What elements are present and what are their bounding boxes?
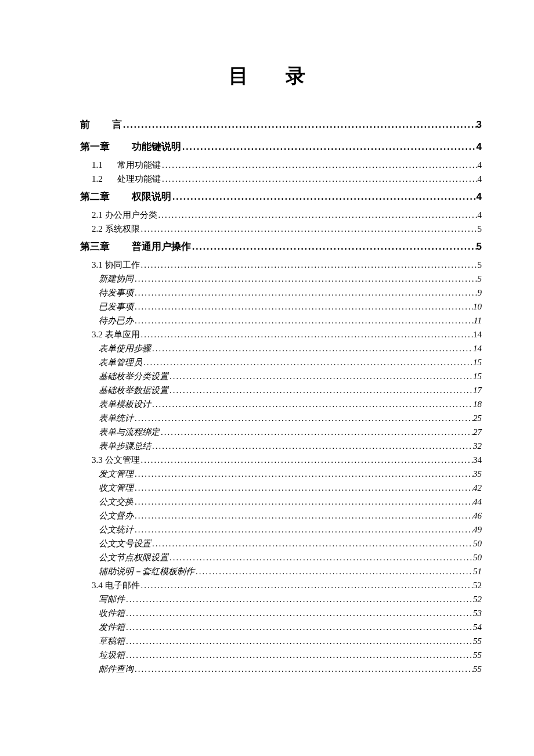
toc-label: 公文督办 <box>99 509 134 523</box>
toc-label: 表单统计 <box>99 411 134 425</box>
toc-page: 11 <box>474 314 482 327</box>
toc-entry: 1.2处理功能键4 <box>92 172 482 186</box>
dot-leader <box>125 634 473 648</box>
toc-page: 51 <box>473 564 482 578</box>
dot-leader <box>134 300 473 314</box>
toc-entry: 表单模板设计18 <box>99 397 482 411</box>
dot-leader <box>134 523 473 537</box>
toc-label: 3.2 表单应用 <box>92 327 140 341</box>
toc-entry: 2.1 办公用户分类4 <box>92 208 482 222</box>
toc-entry: 收文管理42 <box>99 481 482 495</box>
toc-label: 表单步骤总结 <box>99 439 151 453</box>
page-title: 目录 <box>52 63 482 89</box>
dot-leader <box>140 578 474 592</box>
toc-label: 1.2处理功能键 <box>92 172 161 186</box>
dot-leader <box>171 186 477 208</box>
toc-entry-ch1: 第一章功能键说明4 <box>80 136 482 158</box>
toc-entry: 待发事项9 <box>99 286 482 300</box>
dot-leader <box>140 327 474 341</box>
dot-leader <box>151 341 473 355</box>
toc-label: 待办已办 <box>99 314 134 327</box>
toc-entry: 发件箱54 <box>99 620 482 634</box>
dot-leader <box>134 495 473 509</box>
toc-label: 已发事项 <box>99 300 134 314</box>
toc-entry: 3.1 协同工作5 <box>92 258 482 272</box>
dot-leader <box>168 550 473 564</box>
dot-leader <box>168 383 473 397</box>
toc-entry: 3.2 表单应用14 <box>92 327 482 341</box>
toc-page: 15 <box>473 369 482 383</box>
toc-entry: 表单步骤总结32 <box>99 439 482 453</box>
dot-leader <box>140 222 478 236</box>
toc-entry: 新建协同5 <box>99 272 482 286</box>
toc-entry: 表单管理员15 <box>99 355 482 369</box>
dot-leader <box>125 648 473 662</box>
toc-entry: 基础枚举数据设置17 <box>99 383 482 397</box>
dot-leader <box>191 236 477 258</box>
toc-page: 5 <box>478 222 482 236</box>
toc-label: 收件箱 <box>99 606 125 620</box>
dot-leader <box>125 592 473 606</box>
toc-entry: 待办已办11 <box>99 314 482 327</box>
toc-label: 前言 <box>80 114 122 136</box>
dot-leader <box>134 481 473 495</box>
toc-page: 32 <box>473 439 482 453</box>
toc-label: 表单管理员 <box>99 355 142 369</box>
toc-label: 邮件查询 <box>99 662 134 676</box>
toc-label: 表单模板设计 <box>99 397 151 411</box>
title-char-2: 录 <box>286 64 305 87</box>
toc-page: 9 <box>478 286 482 300</box>
toc-label: 新建协同 <box>99 272 134 286</box>
toc-page: 14 <box>473 327 482 341</box>
toc-label: 表单与流程绑定 <box>99 425 160 439</box>
toc-entry: 草稿箱55 <box>99 634 482 648</box>
toc-entry: 辅助说明－套红模板制作51 <box>99 564 482 578</box>
toc-label: 第一章功能键说明 <box>80 136 181 158</box>
toc-label: 3.4 电子邮件 <box>92 578 140 592</box>
toc-entry: 表单统计25 <box>99 411 482 425</box>
toc-entry-ch3: 第三章普通用户操作5 <box>80 236 482 258</box>
dot-leader <box>142 355 473 369</box>
toc-page: 5 <box>478 272 482 286</box>
toc-label: 公文文号设置 <box>99 537 151 550</box>
dot-leader <box>181 136 477 158</box>
dot-leader <box>161 172 478 186</box>
toc-label: 1.1常用功能键 <box>92 158 161 172</box>
dot-leader <box>151 537 473 550</box>
toc-page: 18 <box>473 397 482 411</box>
toc-label: 第二章权限说明 <box>80 186 171 208</box>
dot-leader <box>122 114 477 136</box>
dot-leader <box>140 258 478 272</box>
toc-entry: 收件箱53 <box>99 606 482 620</box>
toc-page: 4 <box>477 186 482 208</box>
toc-page: 4 <box>478 208 482 222</box>
dot-leader <box>134 411 473 425</box>
toc-entry: 基础枚举分类设置15 <box>99 369 482 383</box>
toc-entry: 表单使用步骤14 <box>99 341 482 355</box>
dot-leader <box>125 620 473 634</box>
dot-leader <box>160 425 473 439</box>
toc-entry: 2.2 系统权限5 <box>92 222 482 236</box>
toc-page: 55 <box>473 648 482 662</box>
toc-label: 公文节点权限设置 <box>99 550 168 564</box>
toc-entry: 3.3 公文管理34 <box>92 453 482 467</box>
toc-entry: 公文统计49 <box>99 523 482 537</box>
toc-entry: 邮件查询55 <box>99 662 482 676</box>
toc-label: 3.3 公文管理 <box>92 453 140 467</box>
toc-page: 42 <box>473 481 482 495</box>
dot-leader <box>161 158 478 172</box>
toc-entry: 公文交换44 <box>99 495 482 509</box>
toc-page: 50 <box>473 537 482 550</box>
dot-leader <box>134 662 473 676</box>
toc-entry: 公文文号设置50 <box>99 537 482 550</box>
toc-entry-ch2: 第二章权限说明4 <box>80 186 482 208</box>
toc-label: 公文统计 <box>99 523 134 537</box>
toc-label: 垃圾箱 <box>99 648 125 662</box>
dot-leader <box>134 286 478 300</box>
dot-leader <box>134 467 473 481</box>
toc-page: 55 <box>473 634 482 648</box>
table-of-contents: 前言3 第一章功能键说明4 1.1常用功能键4 1.2处理功能键4 第二章权限说… <box>80 114 482 676</box>
dot-leader <box>134 509 473 523</box>
toc-page: 14 <box>473 341 482 355</box>
dot-leader <box>134 272 478 286</box>
